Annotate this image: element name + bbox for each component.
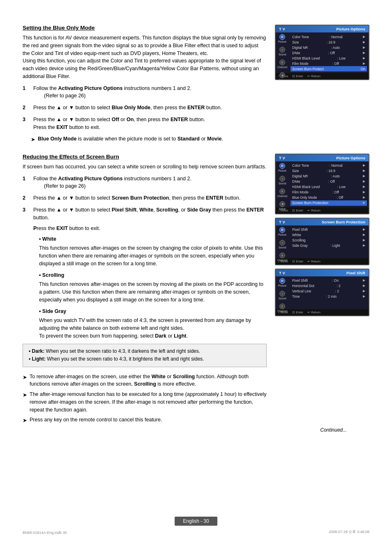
bullet-title: • Scrolling bbox=[39, 271, 267, 279]
sound-icon: ♪ bbox=[279, 47, 285, 53]
step-num: 3 bbox=[23, 206, 30, 214]
menu-row: White▶ bbox=[291, 232, 367, 238]
tv-icon-channel: ≡ Channel bbox=[277, 253, 287, 262]
step-num: 1 bbox=[23, 85, 30, 92]
menu-row: HDMI Black Level: Low▶ bbox=[291, 55, 367, 61]
bullet-scrolling: • Scrolling This function removes after-… bbox=[39, 271, 267, 303]
page-footer: English - 30 bbox=[0, 517, 392, 526]
menu-row: Digital NR: Auto▶ bbox=[291, 45, 367, 50]
tv-body: 🖼 Picture ♪ Sound ≡ Channel bbox=[276, 161, 369, 207]
menu-row: Pixel Shift: On▶ bbox=[291, 278, 367, 283]
menu-row-highlighted: Screen Burn ProtectOn bbox=[291, 66, 367, 71]
tv-icon-picture: 🖼 Picture bbox=[277, 227, 287, 236]
menu-row: Side Gray: Light▶ bbox=[291, 243, 367, 248]
tv-screen-3: T V Screen Burn Protection 🖼 Picture ♪ S… bbox=[275, 218, 369, 265]
arrow-icon: ➤ bbox=[23, 373, 27, 382]
setup-icon: ⚙ bbox=[279, 72, 285, 78]
tv-label: T V bbox=[279, 156, 285, 160]
tv-label: T V bbox=[279, 271, 285, 275]
tv-screen-4: T V Pixel Shift 🖼 Picture ♪ Sound bbox=[275, 269, 369, 316]
tv-icon-setup: ⚙ Setup bbox=[277, 72, 287, 80]
tip-text: Press any key on the remote control to c… bbox=[30, 416, 162, 424]
tv-title-bar: T V Picture Options bbox=[276, 154, 369, 161]
tv-screen-title: Screen Burn Protection bbox=[322, 220, 365, 224]
tv-menu: Color Tone: Normal▶ Size: 16:9▶ Digital … bbox=[291, 34, 367, 71]
menu-row: Digital NR: Auto▶ bbox=[291, 174, 367, 179]
tv-footer: ↕ Move ⊡ Enter ↩ Return bbox=[276, 309, 369, 315]
menu-row: Color Tone: Normal▶ bbox=[291, 34, 367, 39]
step: 1 Follow the Activating Picture Options … bbox=[23, 175, 267, 191]
tv-screen-title: Pixel Shift bbox=[346, 271, 365, 275]
tv-icon-setup: ⚙ Setup bbox=[277, 201, 287, 210]
tv-label: T V bbox=[279, 27, 285, 31]
info-light-text: When you set the screen ratio to 4:3, it… bbox=[47, 356, 204, 362]
tv-icon-picture: 🖼 Picture bbox=[277, 278, 287, 287]
menu-row: Film Mode: Off▶ bbox=[291, 61, 367, 66]
arrow-icon: ➤ bbox=[31, 136, 35, 144]
tv-icon-col: 🖼 Picture ♪ Sound ≡ Channel bbox=[277, 227, 287, 265]
picture-icon: 🖼 bbox=[279, 227, 285, 233]
page: Setting the Blue Only Mode This function… bbox=[0, 0, 392, 538]
setup-icon: ⚙ bbox=[279, 201, 285, 207]
tv-screen-2: T V Picture Options 🖼 Picture ♪ Sound bbox=[275, 154, 369, 214]
menu-row: Scrolling▶ bbox=[291, 238, 367, 243]
picture-icon: 🖼 bbox=[279, 278, 285, 284]
arrow-icon: ➤ bbox=[23, 391, 27, 399]
section1-right: T V Picture Options 🖼 Picture ♪ Sound bbox=[275, 25, 369, 145]
tv-icon-input: ▶ Input bbox=[277, 214, 287, 214]
menu-row: Color Tone: Normal▶ bbox=[291, 163, 367, 168]
tv-menu: Pixel Shift▶ White▶ Scrolling▶ Side Gray… bbox=[291, 227, 367, 257]
tip-line: ➤ Press any key on the remote control to… bbox=[23, 416, 267, 425]
section2: Reducing the Effects of Screen Burn If s… bbox=[23, 154, 369, 427]
tv-footer: ↕ Move ⊡ Enter ↩ Return bbox=[276, 258, 369, 264]
section1-left: Setting the Blue Only Mode This function… bbox=[23, 25, 267, 145]
step-text: Press the ▲ or ▼ button to select Screen… bbox=[33, 194, 267, 202]
page-number: English - 30 bbox=[175, 517, 217, 526]
menu-row: Blue Only Mode: Off▶ bbox=[291, 195, 367, 200]
screens-column: T V Picture Options 🖼 Picture ♪ Sound bbox=[275, 154, 369, 316]
note-text: Blue Only Mode is available when the pic… bbox=[38, 135, 223, 143]
tv-footer: ↕ Move ⊡ Enter ↩ Return bbox=[276, 207, 369, 214]
bullet-title: • White bbox=[39, 235, 267, 243]
menu-row: Film Mode: Off▶ bbox=[291, 190, 367, 195]
picture-icon: 🖼 bbox=[279, 34, 285, 40]
tv-icon-sound: ♪ Sound bbox=[277, 176, 287, 185]
bullet-sidegray: • Side Gray When you watch TV with the s… bbox=[39, 308, 267, 340]
info-dark-text: When you set the screen ratio to 4:3, it… bbox=[46, 348, 201, 354]
tv-icon-channel: ≡ Channel bbox=[277, 60, 287, 69]
bullet-text: This function removes after-images on th… bbox=[39, 244, 267, 267]
arrow-icon: ➤ bbox=[23, 416, 27, 425]
menu-row: HDMI Black Level: Low▶ bbox=[291, 184, 367, 190]
section2-intro: If screen burn has occurred, you can sel… bbox=[23, 163, 267, 171]
continued-text: Continued... bbox=[23, 427, 369, 433]
tv-icon-col: 🖼 Picture ♪ Sound ≡ Channel ⚙ bbox=[277, 34, 287, 80]
sound-icon: ♪ bbox=[279, 176, 285, 182]
section2-right: T V Picture Options 🖼 Picture ♪ Sound bbox=[275, 154, 369, 427]
info-dark-label: • Dark: bbox=[29, 348, 44, 354]
tip-line: ➤ The after-image removal function has t… bbox=[23, 391, 267, 414]
bullet-white: • White This function removes after-imag… bbox=[39, 235, 267, 267]
tv-body: 🖼 Picture ♪ Sound ≡ Channel bbox=[276, 225, 369, 258]
tv-body: 🖼 Picture ♪ Sound ≡ Channel ⚙ bbox=[276, 32, 369, 73]
step-text: Follow the Activating Picture Options in… bbox=[33, 85, 267, 100]
picture-icon: 🖼 bbox=[279, 163, 285, 169]
section1-intro: This function is for AV device measureme… bbox=[23, 34, 267, 80]
step-num: 3 bbox=[23, 116, 30, 124]
tip-text: The after-image removal function has to … bbox=[30, 391, 267, 414]
tv-icon-sound: ♪ Sound bbox=[277, 47, 287, 56]
tv-icon-channel: ≡ Channel bbox=[277, 189, 287, 198]
tip-line: ➤ To remove after-images on the screen, … bbox=[23, 373, 267, 389]
step: 3 Press the ▲ or ▼ button to select Off … bbox=[23, 116, 267, 131]
tv-icon-col: 🖼 Picture ♪ Sound ≡ Channel bbox=[277, 163, 287, 214]
menu-row: Time: 2 min▶ bbox=[291, 294, 367, 299]
bullet-text: When you watch TV with the screen ratio … bbox=[39, 317, 267, 340]
menu-row-highlighted: Screen Burn Protection▶ bbox=[291, 200, 367, 206]
doc-date: 2008-07-28 오후 3:46:08 bbox=[329, 529, 369, 535]
tv-icon-col: 🖼 Picture ♪ Sound ≡ Channel bbox=[277, 278, 287, 316]
tv-icon-picture: 🖼 Picture bbox=[277, 34, 287, 43]
tv-body: 🖼 Picture ♪ Sound ≡ Channel bbox=[276, 276, 369, 309]
step-num: 1 bbox=[23, 175, 30, 183]
info-light-label: • Light: bbox=[29, 356, 46, 362]
menu-row: Size: 16:9▶ bbox=[291, 39, 367, 45]
section1-note: ➤ Blue Only Mode is available when the p… bbox=[31, 135, 267, 144]
